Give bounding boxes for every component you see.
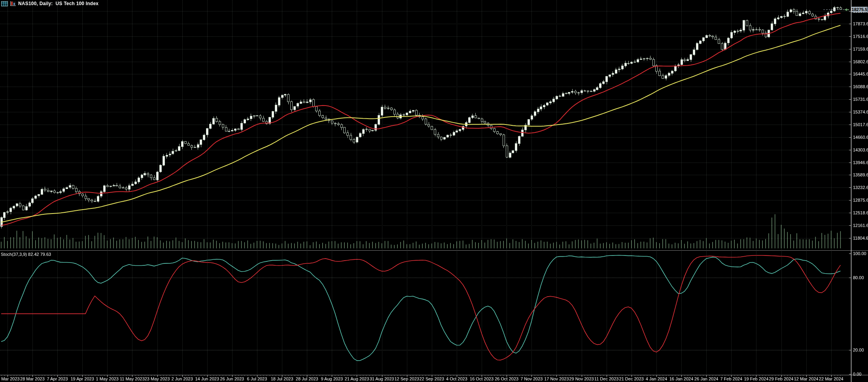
indicator-axis-label: 80.00 — [853, 275, 864, 280]
date-axis-label: 17 Nov 2023 — [544, 376, 569, 382]
date-axis-label: 28 Jul 2023 — [296, 376, 318, 382]
date-axis-label: 18 Jul 2023 — [271, 376, 293, 382]
date-axis-label: 29 Nov 2023 — [569, 376, 594, 382]
price-axis-label: 12875.6 — [853, 197, 868, 203]
price-axis-label: 16445.6 — [853, 71, 868, 77]
date-axis-label: 7 Apr 2023 — [47, 376, 68, 382]
stoch-d-value: 79.63 — [40, 252, 51, 257]
price-axis-label: 17159.6 — [853, 46, 868, 52]
price-axis-label: 17516.6 — [853, 34, 868, 39]
market-watch-icon[interactable] — [1, 1, 8, 6]
price-axis-label: 12161.6 — [853, 223, 868, 228]
price-axis-label: 15731.6 — [853, 96, 868, 102]
date-axis-label: 9 Aug 2023 — [321, 376, 343, 382]
price-axis-label: 16802.6 — [853, 59, 868, 64]
price-axis-label: 13232.6 — [853, 185, 868, 190]
chart-window: NAS100, Daily: US Tech 100 Index Stoch(3… — [0, 0, 868, 382]
price-axis-label: 15374.6 — [853, 109, 868, 115]
date-axis-label: 21 Aug 2023 — [345, 376, 369, 382]
date-axis-label: 12 Sep 2023 — [394, 376, 419, 382]
price-axis-label: 14303.6 — [853, 147, 868, 153]
price-axis-label: 15017.6 — [853, 122, 868, 127]
date-axis-label: 16 Mar 2023 — [0, 376, 20, 382]
date-axis-label: 16 Oct 2023 — [470, 376, 494, 382]
date-axis-label: 19 Apr 2023 — [70, 376, 94, 382]
price-axis-label: 13946.6 — [853, 160, 868, 165]
date-axis-label: 31 Aug 2023 — [370, 376, 394, 382]
date-axis-label: 1 May 2023 — [96, 376, 119, 382]
price-axis-label: 13589.6 — [853, 172, 868, 178]
indicator-axis-label: 0.00 — [853, 371, 861, 377]
price-axis-label: 17873.6 — [853, 21, 868, 26]
price-axis-label: 16088.6 — [853, 84, 868, 89]
date-axis-label: 21 Dec 2023 — [619, 376, 644, 382]
date-axis-label: 28 Mar 2023 — [20, 376, 45, 382]
date-axis-label: 16 Jan 2024 — [669, 376, 694, 382]
indicator-axis-label: 100.00 — [853, 251, 866, 256]
date-axis-label: 11 May 2023 — [120, 376, 145, 382]
date-axis-label: 26 Oct 2023 — [495, 376, 518, 382]
date-axis-label: 26 Jun 2023 — [220, 376, 244, 382]
stochastic-indicator-label: Stoch(37,3,9) 82.42 79.63 — [1, 252, 51, 257]
date-axis-label: 4 Oct 2023 — [446, 376, 467, 382]
date-axis-label: 4 Jan 2024 — [646, 376, 667, 382]
chart-header: NAS100, Daily: US Tech 100 Index — [1, 1, 98, 6]
date-axis-label: 12 Mar 2024 — [794, 376, 819, 382]
date-axis-label: 14 Jun 2023 — [195, 376, 219, 382]
price-axis-label: 14660.6 — [853, 134, 868, 140]
date-axis-label: 22 Sep 2023 — [420, 376, 444, 382]
price-axis-label: 12518.6 — [853, 210, 868, 216]
date-axis-label: 29 Feb 2024 — [769, 376, 794, 382]
stoch-k-value: 82.42 — [28, 252, 39, 257]
date-axis-label: 7 Feb 2024 — [720, 376, 742, 382]
price-axis-label: 11804.6 — [853, 235, 868, 241]
indicator-axis-label: 20.00 — [853, 347, 864, 353]
current-price-tag: 18275.5 — [851, 7, 868, 12]
date-axis-label: 7 Nov 2023 — [520, 376, 543, 382]
date-axis-label: 2 Jun 2023 — [171, 376, 193, 382]
date-axis-label: 19 Feb 2024 — [744, 376, 768, 382]
stoch-name: Stoch(37,3,9) — [1, 252, 27, 257]
chart-canvas[interactable] — [0, 0, 868, 382]
chart-title: NAS100, Daily: US Tech 100 Index — [18, 1, 98, 6]
bar-chart-icon[interactable] — [10, 1, 16, 6]
date-axis-label: 23 May 2023 — [145, 376, 170, 382]
date-axis-label: 6 Jul 2023 — [247, 376, 267, 382]
date-axis-label: 26 Jan 2024 — [694, 376, 719, 382]
date-axis-label: 11 Dec 2023 — [594, 376, 619, 382]
date-axis-label: 22 Mar 2024 — [819, 376, 843, 382]
